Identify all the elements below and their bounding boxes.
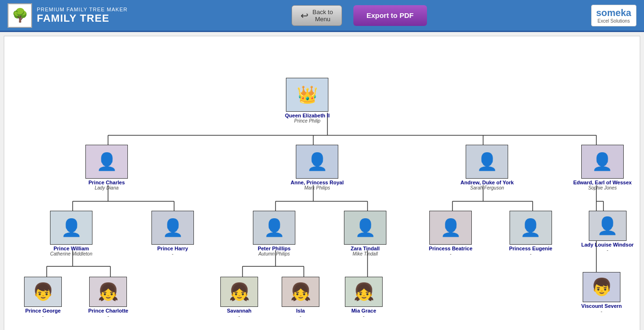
spouse-william: Catherine Middleton — [50, 251, 92, 256]
photo-charlotte: 👧 — [89, 277, 127, 307]
name-anne: Anne, Princess Royal — [291, 180, 344, 185]
name-andrew: Andrew, Duke of York — [460, 180, 514, 185]
photo-william: 👤 — [50, 211, 92, 245]
photo-eugenie: 👤 — [510, 211, 552, 245]
name-severn: Viscount Severn — [581, 303, 622, 309]
name-beatrice: Princess Beatrice — [429, 246, 472, 251]
node-mia: 👧 Mia Grace - — [345, 277, 383, 319]
face-peter: 👤 — [253, 211, 295, 244]
name-eugenie: Princess Eugenie — [509, 246, 552, 251]
node-william: 👤 Prince William Catherine Middleton — [50, 211, 92, 256]
node-louise: 👤 Lady Louise Windsor - — [581, 211, 634, 253]
spouse-george: - — [42, 314, 43, 319]
name-william: Prince William — [53, 246, 89, 251]
photo-savannah: 👧 — [220, 277, 258, 307]
face-louise: 👤 — [589, 211, 626, 240]
face-edward: 👤 — [582, 145, 623, 178]
spouse-andrew: Sarah Ferguson — [470, 185, 504, 190]
spouse-eugenie: - — [530, 251, 531, 256]
header-text: PREMIUM FAMILY TREE MAKER FAMILY TREE — [37, 7, 127, 25]
node-beatrice: 👤 Princess Beatrice - — [429, 211, 472, 256]
logo-area: 🌳 PREMIUM FAMILY TREE MAKER FAMILY TREE — [8, 3, 127, 28]
header-center: ↩ Back toMenu Export to PDF — [127, 5, 591, 26]
someka-name: someka — [596, 7, 632, 18]
node-queen: 👑 Queen Elizabeth II Prince Philip — [285, 78, 330, 124]
spouse-queen: Prince Philip — [294, 118, 321, 124]
face-isla: 👧 — [282, 277, 319, 306]
node-edward: 👤 Edward, Earl of Wessex Sophie Jones — [573, 145, 632, 190]
node-george: 👦 Prince George - — [24, 277, 62, 319]
header-right: someka Excel Solutions — [591, 5, 637, 26]
node-savannah: 👧 Savannah - — [220, 277, 258, 319]
photo-peter: 👤 — [253, 211, 295, 245]
node-severn: 👦 Viscount Severn - — [581, 272, 622, 314]
photo-anne: 👤 — [296, 145, 338, 179]
export-button[interactable]: Export to PDF — [353, 5, 427, 26]
face-mia: 👧 — [345, 277, 382, 306]
photo-edward: 👤 — [581, 145, 624, 179]
node-zara: 👤 Zara Tindall Mike Tindall — [344, 211, 386, 256]
spouse-beatrice: - — [450, 251, 452, 256]
spouse-charles: Lady Diana — [95, 185, 119, 190]
name-peter: Peter Phillips — [258, 246, 291, 251]
photo-harry: 👤 — [151, 211, 194, 245]
back-arrow-icon: ↩ — [301, 10, 309, 21]
someka-logo: someka Excel Solutions — [591, 5, 637, 26]
spouse-zara: Mike Tindall — [352, 251, 377, 256]
node-anne: 👤 Anne, Princess Royal Mark Philips — [291, 145, 344, 190]
photo-charles: 👤 — [85, 145, 128, 179]
node-eugenie: 👤 Princess Eugenie - — [509, 211, 552, 256]
back-label: Back toMenu — [312, 8, 333, 23]
photo-severn: 👦 — [583, 272, 620, 302]
face-harry: 👤 — [152, 211, 193, 244]
photo-louise: 👤 — [589, 211, 627, 241]
photo-isla: 👧 — [282, 277, 319, 307]
someka-tagline: Excel Solutions — [598, 18, 630, 24]
header-subtitle: PREMIUM FAMILY TREE MAKER — [37, 7, 127, 12]
name-edward: Edward, Earl of Wessex — [573, 180, 632, 185]
tree-container: 👑 Queen Elizabeth II Prince Philip 👤 Pri… — [9, 41, 635, 329]
name-george: Prince George — [25, 308, 60, 314]
photo-mia: 👧 — [345, 277, 383, 307]
name-zara: Zara Tindall — [351, 246, 380, 251]
face-zara: 👤 — [344, 211, 386, 244]
face-william: 👤 — [50, 211, 92, 244]
node-charlotte: 👧 Prince Charlotte - — [88, 277, 128, 319]
node-isla: 👧 Isla - — [282, 277, 319, 319]
name-louise: Lady Louise Windsor — [581, 242, 634, 248]
name-charlotte: Prince Charlotte — [88, 308, 128, 314]
spouse-isla: - — [300, 314, 301, 319]
node-peter: 👤 Peter Phillips Autumn Philips — [253, 211, 295, 256]
node-harry: 👤 Prince Harry - — [151, 211, 194, 256]
spouse-peter: Autumn Philips — [259, 251, 290, 256]
face-eugenie: 👤 — [510, 211, 552, 244]
name-charles: Prince Charles — [88, 180, 125, 185]
spouse-severn: - — [601, 309, 602, 314]
spouse-savannah: - — [238, 314, 240, 319]
node-andrew: 👤 Andrew, Duke of York Sarah Ferguson — [460, 145, 514, 190]
face-andrew: 👤 — [466, 145, 508, 178]
back-button[interactable]: ↩ Back toMenu — [292, 5, 342, 26]
photo-queen: 👑 — [286, 78, 328, 112]
photo-beatrice: 👤 — [429, 211, 472, 245]
face-severn: 👦 — [583, 272, 620, 302]
header: 🌳 PREMIUM FAMILY TREE MAKER FAMILY TREE … — [0, 0, 644, 32]
spouse-edward: Sophie Jones — [588, 185, 617, 190]
face-savannah: 👧 — [221, 277, 258, 306]
node-charles: 👤 Prince Charles Lady Diana — [85, 145, 128, 190]
tree-area: 👑 Queen Elizabeth II Prince Philip 👤 Pri… — [4, 36, 640, 330]
spouse-anne: Mark Philips — [304, 185, 330, 190]
photo-george: 👦 — [24, 277, 62, 307]
spouse-charlotte: - — [108, 314, 109, 319]
header-title: FAMILY TREE — [37, 12, 127, 25]
spouse-louise: - — [607, 248, 608, 253]
name-harry: Prince Harry — [157, 246, 188, 251]
tree-icon: 🌳 — [8, 3, 32, 28]
face-anne: 👤 — [296, 145, 338, 178]
spouse-mia: - — [363, 314, 364, 319]
name-queen: Queen Elizabeth II — [285, 113, 330, 118]
photo-zara: 👤 — [344, 211, 386, 245]
name-savannah: Savannah — [227, 308, 251, 314]
face-george: 👦 — [25, 277, 61, 306]
name-isla: Isla — [296, 308, 305, 314]
